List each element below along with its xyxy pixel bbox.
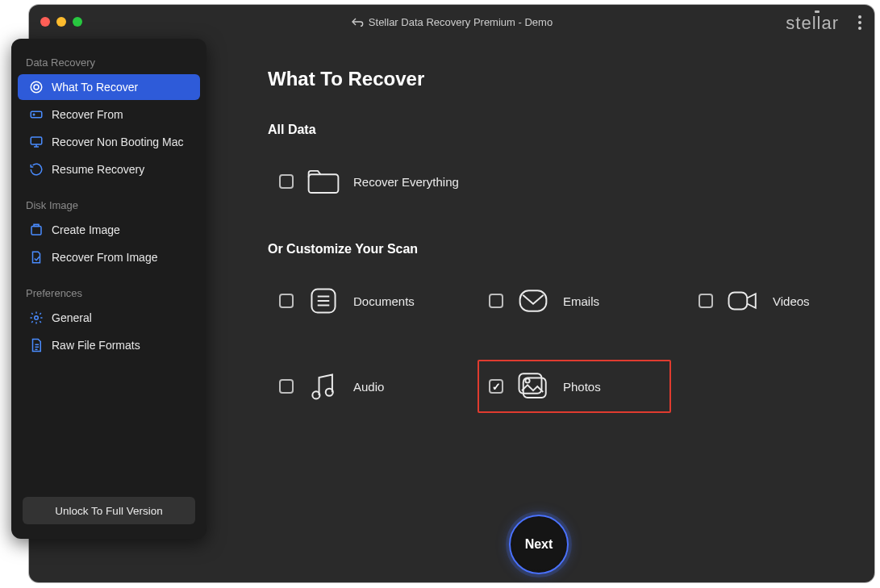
option-label: Audio xyxy=(353,380,384,394)
option-label: Recover Everything xyxy=(353,175,459,189)
checkbox-emails[interactable] xyxy=(489,294,503,308)
window-title: Stellar Data Recovery Premium - Demo xyxy=(29,16,874,28)
sidebar-item-general[interactable]: General xyxy=(18,305,200,331)
checkbox-audio[interactable] xyxy=(279,379,294,394)
sidebar-item-label: Raw File Formats xyxy=(52,339,140,352)
photos-icon xyxy=(516,369,550,403)
window-controls xyxy=(40,17,82,27)
option-documents[interactable]: Documents xyxy=(268,274,461,327)
option-videos[interactable]: Videos xyxy=(687,274,880,327)
option-label: Documents xyxy=(353,294,415,308)
brand-logo: stellar xyxy=(786,13,839,34)
documents-icon xyxy=(307,284,340,318)
main-content: What To Recover All Data Recover Everyth… xyxy=(223,50,855,563)
checkbox-photos[interactable] xyxy=(489,379,503,394)
sidebar-item-resume-recovery[interactable]: Resume Recovery xyxy=(18,156,200,182)
checkbox-videos[interactable] xyxy=(699,294,713,308)
sidebar-item-recover-from-image[interactable]: Recover From Image xyxy=(18,244,200,270)
sidebar-item-label: Create Image xyxy=(52,223,120,236)
page-title: What To Recover xyxy=(268,68,855,90)
svg-point-6 xyxy=(35,316,39,320)
back-arrow-icon xyxy=(351,16,364,27)
sidebar-item-recover-non-booting-mac[interactable]: Recover Non Booting Mac xyxy=(18,129,200,155)
svg-point-1 xyxy=(34,85,39,90)
titlebar: Stellar Data Recovery Premium - Demo ste… xyxy=(29,5,874,39)
sidebar-item-raw-file-formats[interactable]: Raw File Formats xyxy=(18,332,200,358)
option-photos[interactable]: Photos xyxy=(478,360,671,413)
checkbox-recover-everything[interactable] xyxy=(279,174,294,189)
file-list-icon xyxy=(29,338,44,352)
svg-rect-13 xyxy=(523,378,546,398)
drive-icon xyxy=(29,107,44,122)
svg-rect-2 xyxy=(31,111,42,118)
close-window-button[interactable] xyxy=(40,17,50,27)
option-emails[interactable]: Emails xyxy=(478,274,671,327)
svg-rect-9 xyxy=(520,290,547,311)
sidebar-section-title: Preferences xyxy=(11,281,206,304)
svg-point-0 xyxy=(31,81,42,93)
target-icon xyxy=(29,80,44,94)
sidebar-item-label: Resume Recovery xyxy=(52,163,144,176)
option-label: Emails xyxy=(563,294,599,308)
more-menu-button[interactable] xyxy=(858,13,861,32)
sidebar: Data Recovery What To Recover Recover Fr… xyxy=(11,39,206,539)
sidebar-item-label: What To Recover xyxy=(52,81,138,94)
sidebar-section-title: Disk Image xyxy=(11,193,206,216)
svg-rect-10 xyxy=(729,293,748,310)
recover-image-icon xyxy=(29,250,44,265)
gear-icon xyxy=(29,311,44,325)
sidebar-item-create-image[interactable]: Create Image xyxy=(18,217,200,243)
svg-point-15 xyxy=(525,378,529,382)
sidebar-item-label: Recover Non Booting Mac xyxy=(52,136,183,148)
svg-rect-7 xyxy=(309,174,339,193)
sidebar-item-what-to-recover[interactable]: What To Recover xyxy=(18,74,200,100)
section-title-customize: Or Customize Your Scan xyxy=(268,242,855,256)
option-label: Photos xyxy=(563,380,601,394)
audio-icon xyxy=(307,369,340,403)
svg-point-3 xyxy=(33,114,35,115)
resume-icon xyxy=(29,162,44,177)
sidebar-item-label: Recover From xyxy=(52,108,123,121)
checkbox-documents[interactable] xyxy=(279,294,294,308)
sidebar-item-label: Recover From Image xyxy=(52,251,157,264)
unlock-full-version-button[interactable]: Unlock To Full Version xyxy=(23,497,195,524)
maximize-window-button[interactable] xyxy=(73,17,82,27)
app-window: Stellar Data Recovery Premium - Demo ste… xyxy=(29,5,874,582)
option-label: Videos xyxy=(773,294,810,308)
next-button[interactable]: Next xyxy=(509,515,569,574)
option-recover-everything[interactable]: Recover Everything xyxy=(268,155,510,208)
sidebar-item-label: General xyxy=(52,311,92,324)
sidebar-section-title: Data Recovery xyxy=(11,50,206,73)
monitor-icon xyxy=(29,135,44,149)
option-audio[interactable]: Audio xyxy=(268,360,461,413)
emails-icon xyxy=(516,284,550,318)
section-title-all-data: All Data xyxy=(268,123,855,137)
create-image-icon xyxy=(29,223,44,237)
svg-rect-4 xyxy=(31,137,42,144)
videos-icon xyxy=(726,284,760,318)
minimize-window-button[interactable] xyxy=(56,17,66,27)
sidebar-item-recover-from[interactable]: Recover From xyxy=(18,102,200,127)
folder-icon xyxy=(307,165,340,198)
svg-rect-5 xyxy=(31,227,41,236)
